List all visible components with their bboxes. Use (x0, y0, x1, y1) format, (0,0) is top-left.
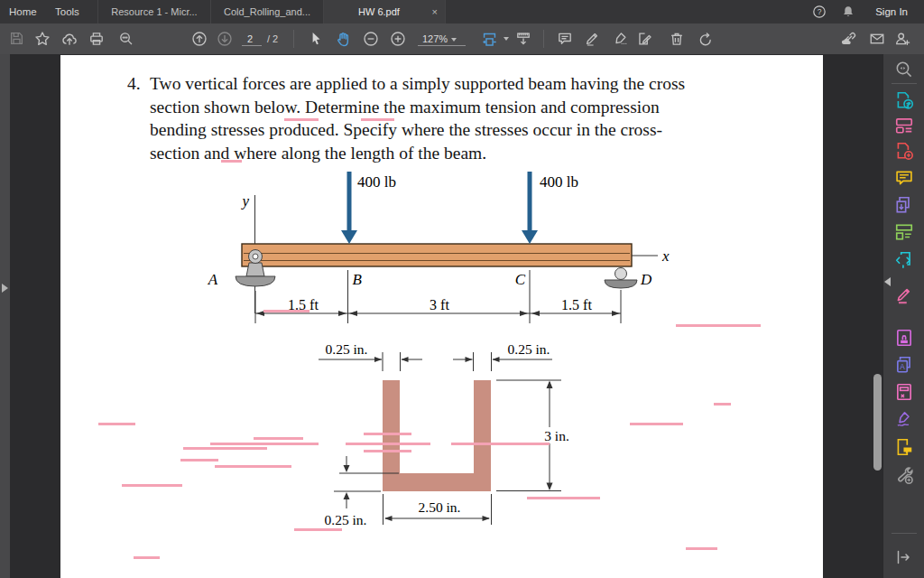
vertical-scrollbar-thumb[interactable] (873, 374, 882, 471)
highlight-pen-icon[interactable] (584, 31, 600, 47)
tab-hw6-active[interactable]: HW 6.pdf × (323, 0, 446, 23)
sign-in-button[interactable]: Sign In (875, 0, 908, 23)
search-zoom-icon[interactable] (894, 60, 914, 79)
problem-text-line: section and where along the length of th… (150, 144, 486, 163)
pink-annotation-mark (686, 547, 717, 550)
more-tools-wrench-icon[interactable] (894, 465, 914, 485)
expand-pane-icon[interactable] (894, 548, 914, 568)
tab-label: HW 6.pdf (358, 6, 400, 17)
pink-annotation-mark (284, 118, 319, 121)
redact-marker-icon[interactable] (894, 286, 914, 306)
hand-tool-icon[interactable] (335, 31, 351, 47)
compress-pdf-icon[interactable] (894, 250, 914, 270)
tab-resource-1[interactable]: Resource 1 - Micr... (97, 0, 210, 23)
svg-text:?: ? (818, 7, 822, 16)
pink-annotation-mark (630, 423, 683, 425)
prepare-form-icon[interactable] (894, 382, 914, 402)
dim-width-label: 2.50 in. (419, 499, 461, 515)
zoom-in-icon[interactable] (390, 31, 406, 47)
pink-annotation-mark (364, 450, 411, 452)
tools-menu[interactable]: Tools (55, 0, 79, 23)
dim-thickness-label: 0.25 in. (325, 512, 367, 527)
fill-sign-pen-icon[interactable] (612, 31, 628, 47)
roller-support (605, 268, 637, 289)
pink-annotation-mark (254, 437, 303, 440)
chevron-down-icon[interactable] (504, 37, 509, 41)
organize-pages-icon[interactable] (894, 222, 914, 242)
dim-right-label: 1.5 ft (561, 297, 592, 312)
tab-label: Cold_Rolling_and... (224, 6, 310, 17)
request-signatures-icon[interactable] (894, 437, 914, 457)
zoom-out-icon[interactable] (363, 31, 379, 47)
pink-annotation-mark (221, 160, 242, 163)
pink-annotation-mark (364, 433, 411, 435)
force-arrow-right (522, 172, 538, 244)
comment-icon[interactable] (557, 31, 573, 47)
zoom-level-value: 127% (422, 33, 448, 44)
y-axis-label: y (240, 192, 249, 210)
pink-annotation-mark (263, 310, 310, 312)
problem-text-line: section shown below. Determine the maxim… (150, 98, 660, 117)
left-nav-strip (0, 54, 10, 578)
dim-top-right-label: 0.25 in. (508, 341, 550, 357)
dim-height-label: 3 in. (544, 428, 569, 443)
delete-trash-icon[interactable] (669, 31, 685, 47)
search-icon[interactable] (118, 31, 134, 47)
combine-files-icon[interactable] (894, 195, 914, 215)
comment-tool-icon[interactable] (894, 168, 914, 188)
protect-pdf-icon[interactable]: A (894, 355, 914, 375)
next-page-icon[interactable] (217, 31, 233, 47)
notifications-bell-icon[interactable] (841, 5, 855, 19)
page-number-input[interactable]: 2 (247, 23, 253, 54)
tab-label: Resource 1 - Micr... (111, 6, 197, 17)
email-icon[interactable] (869, 31, 885, 47)
scroll-mode-icon[interactable] (515, 31, 531, 47)
help-icon[interactable]: ? (812, 5, 827, 19)
previous-page-icon[interactable] (191, 31, 208, 47)
share-link-icon[interactable] (841, 31, 857, 47)
select-tool-pointer-icon[interactable] (308, 31, 324, 47)
stamp-tool-icon[interactable] (894, 328, 914, 348)
pink-annotation-mark (527, 497, 600, 499)
pink-annotation-mark (346, 443, 430, 445)
panel-divider (892, 533, 917, 534)
favorites-star-icon[interactable] (34, 31, 51, 47)
beam-body (242, 244, 632, 266)
pdf-page: 4. Two vertical forces are applied to a … (60, 55, 823, 578)
page-view-mode-icon[interactable] (481, 31, 497, 47)
create-pdf-icon[interactable] (894, 141, 914, 161)
document-area: 4. Two vertical forces are applied to a … (0, 54, 924, 578)
pink-annotation-mark (183, 447, 267, 450)
svg-text:A: A (900, 363, 905, 371)
pink-annotation-mark (361, 118, 394, 121)
problem-text-line: Two vertical forces are applied to a sim… (150, 74, 685, 94)
export-pdf-icon[interactable] (894, 90, 914, 110)
send-sign-page-icon[interactable] (636, 31, 652, 47)
problem-text-line: bending stresses produced. Specify where… (150, 120, 662, 140)
tools-panel: A (882, 54, 924, 578)
support-d-label: D (640, 271, 652, 288)
problem-number: 4. (127, 74, 141, 94)
share-cloud-icon[interactable] (61, 31, 78, 47)
pink-annotation-mark (676, 324, 761, 327)
panel-collapse-icon[interactable] (884, 277, 891, 286)
undo-refresh-icon[interactable] (698, 31, 714, 47)
main-toolbar: 2 / 2 127% (0, 23, 924, 54)
pink-annotation-mark (98, 423, 135, 425)
left-pane-expand-icon[interactable] (2, 284, 8, 293)
zoom-level-select[interactable]: 127% (422, 23, 457, 54)
add-person-icon[interactable] (894, 31, 910, 47)
pink-annotation-mark (451, 443, 550, 445)
certificates-pen-icon[interactable] (894, 409, 914, 429)
save-icon[interactable] (9, 31, 25, 47)
toolbar-divider (543, 30, 544, 48)
pink-annotation-mark (210, 443, 319, 445)
home-menu[interactable]: Home (9, 0, 37, 23)
force-right-label: 400 lb (540, 173, 578, 191)
edit-pdf-icon[interactable] (894, 116, 914, 135)
point-c-label: C (515, 271, 526, 288)
tab-close-icon[interactable]: × (432, 0, 438, 23)
print-icon[interactable] (88, 31, 105, 47)
tab-cold-rolling[interactable]: Cold_Rolling_and... (210, 0, 323, 23)
page-number-underline (242, 45, 262, 46)
